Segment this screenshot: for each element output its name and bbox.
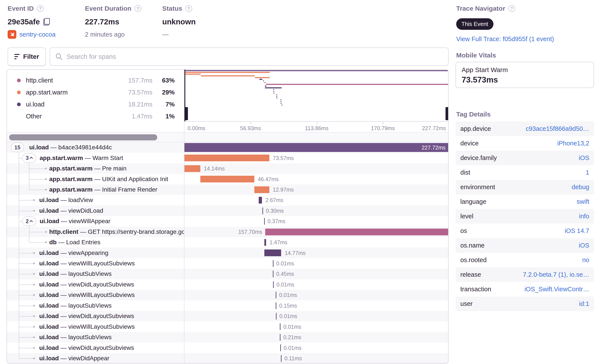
- span-children-badge[interactable]: 2: [22, 216, 36, 226]
- span-tree-row[interactable]: 3app.start.warm — Warm Start73.57ms: [7, 153, 448, 163]
- tag-value-link[interactable]: iOS: [579, 242, 589, 249]
- tag-value-link[interactable]: swift: [577, 198, 589, 205]
- tree-connector-dot: [33, 252, 35, 254]
- tag-value-link[interactable]: iOS_Swift.ViewContr…: [524, 286, 589, 293]
- span-detail-page: Event ID ? 29e35afe sentry-cocoa Event D…: [0, 0, 601, 364]
- span-duration-bar[interactable]: [184, 165, 200, 172]
- span-tree-row[interactable]: app.start.warm — UIKit and Application I…: [7, 174, 448, 184]
- span-label-cell: ui.load — viewDidLayoutSubviews: [7, 343, 184, 353]
- span-bar-cell: 0.01ms: [184, 321, 448, 332]
- span-tree-row[interactable]: ui.load — viewDidLayoutSubviews0.01ms: [7, 311, 448, 321]
- span-tree-row[interactable]: ui.load — viewDidAppear0.11ms: [7, 353, 448, 363]
- tag-value-link[interactable]: 1: [586, 169, 589, 176]
- scrollbar-thumb[interactable]: [9, 134, 157, 140]
- tree-connector: [29, 242, 45, 243]
- help-icon[interactable]: ?: [185, 5, 192, 12]
- legend-color-dot: [17, 90, 21, 94]
- axis-tick-mark: [317, 122, 317, 124]
- span-bar-cell: 73.57ms: [184, 153, 448, 163]
- tag-value-link[interactable]: no: [582, 256, 589, 264]
- span-tree-row[interactable]: ui.load — viewDidLayoutSubviews0.01ms: [7, 279, 448, 290]
- span-duration-bar[interactable]: [273, 260, 273, 267]
- copy-icon[interactable]: [43, 18, 50, 25]
- help-icon[interactable]: ?: [508, 5, 515, 12]
- span-tree-row[interactable]: ui.load — viewWillLayoutSubviews0.01ms: [7, 321, 448, 332]
- minimap-left-grip[interactable]: [184, 107, 188, 120]
- span-tree-row[interactable]: app.start.warm — Initial Frame Render12.…: [7, 184, 448, 195]
- help-icon[interactable]: ?: [134, 5, 141, 12]
- span-bar-cell: 1.47ms: [184, 237, 448, 247]
- span-duration-bar[interactable]: [259, 197, 262, 204]
- span-bar-cell: 2.67ms: [184, 195, 448, 205]
- tag-value-link[interactable]: iOS 14.7: [565, 227, 589, 235]
- span-duration-bar[interactable]: [273, 281, 274, 288]
- legend-op-name: http.client: [26, 77, 117, 84]
- span-duration-bar[interactable]: [280, 334, 280, 341]
- span-tree-row[interactable]: 2ui.load — viewWillAppear0.37ms: [7, 216, 448, 226]
- span-bar-cell: 0.01ms: [184, 279, 448, 290]
- span-tree-row[interactable]: ui.load — layoutSubViews0.45ms: [7, 269, 448, 279]
- span-duration-bar[interactable]: [264, 218, 265, 225]
- span-label-cell: app.start.warm — Initial Frame Render: [7, 184, 184, 195]
- trace-minimap[interactable]: [184, 70, 449, 121]
- span-duration-bar[interactable]: [276, 313, 277, 320]
- view-full-trace-link[interactable]: View Full Trace: f05d955f (1 event): [456, 36, 554, 43]
- tag-value-link[interactable]: c93ace15f866a9d50…: [526, 125, 589, 132]
- span-duration-bar[interactable]: 227.72ms: [184, 143, 448, 152]
- badge-count: 15: [14, 144, 20, 151]
- span-duration-bar[interactable]: [184, 155, 269, 161]
- minimap-span-bar: [273, 91, 274, 92]
- span-duration-label: 0.01ms: [276, 260, 294, 267]
- span-duration-bar[interactable]: [254, 186, 269, 193]
- span-duration-bar[interactable]: [265, 229, 448, 235]
- tag-value-link[interactable]: iPhone13,2: [557, 140, 589, 147]
- span-tree-row[interactable]: ui.load — loadView2.67ms: [7, 195, 448, 205]
- vital-name: App Start Warm: [462, 66, 588, 74]
- span-tree-row[interactable]: ui.load — layoutSubViews0.15ms: [7, 300, 448, 311]
- span-label-cell: ui.load — viewAppearing: [7, 247, 184, 258]
- tag-value-link[interactable]: id:1: [579, 300, 589, 307]
- tag-value-link[interactable]: 7.2.0-beta.7 (1), io.se…: [523, 271, 589, 278]
- span-label-cell: ui.load — viewWillLayoutSubviews: [7, 321, 184, 332]
- span-duration-bar[interactable]: [264, 249, 281, 256]
- span-duration-bar[interactable]: [276, 292, 276, 298]
- span-duration-bar[interactable]: [273, 271, 273, 277]
- span-tree-row[interactable]: app.start.warm — Pre main14.14ms: [7, 163, 448, 174]
- span-tree-row[interactable]: ui.load — layoutSubViews0.21ms: [7, 332, 448, 343]
- tag-value-link[interactable]: info: [579, 213, 589, 220]
- span-tree-row[interactable]: ui.load — viewDidLayoutSubviews0.01ms: [7, 343, 448, 353]
- minimap-right-grip[interactable]: [446, 107, 449, 120]
- span-tree-row[interactable]: ui.load — viewAppearing14.77ms: [7, 247, 448, 258]
- span-tree-row[interactable]: 15ui.load — b4ace34981e44d4c227.72ms: [7, 142, 448, 153]
- span-tree-row[interactable]: http.client — GET https://sentry-brand.s…: [7, 227, 448, 237]
- span-duration-bar[interactable]: [276, 302, 276, 309]
- span-duration-bar[interactable]: [280, 344, 281, 351]
- project-link[interactable]: sentry-cocoa: [19, 31, 56, 38]
- minimap-right-handle[interactable]: [448, 70, 449, 121]
- span-duration-bar[interactable]: [281, 355, 281, 362]
- span-children-badge[interactable]: 15: [11, 143, 24, 152]
- span-bar-cell: 157.70ms: [184, 227, 448, 237]
- span-tree-row[interactable]: ui.load — viewDidLoad0.30ms: [7, 206, 448, 216]
- help-icon[interactable]: ?: [37, 5, 44, 12]
- span-tree-row[interactable]: db — Load Entries1.47ms: [7, 237, 448, 247]
- tree-connector: [19, 348, 33, 348]
- span-duration-bar[interactable]: [264, 239, 266, 246]
- chevron-up-icon: [30, 220, 33, 224]
- filter-button[interactable]: Filter: [8, 48, 46, 66]
- search-input[interactable]: [67, 53, 443, 60]
- minimap-span-bar: [276, 94, 277, 95]
- legend-duration: 1.47ms: [117, 113, 152, 120]
- span-duration-bar[interactable]: [280, 323, 280, 330]
- badge-count: 2: [26, 218, 29, 225]
- span-tree-row[interactable]: ui.load — viewWillLayoutSubviews0.01ms: [7, 290, 448, 300]
- span-children-badge[interactable]: 3: [22, 153, 36, 163]
- span-duration-bar[interactable]: [200, 176, 254, 182]
- span-duration-bar[interactable]: [262, 207, 263, 214]
- span-bar-cell: 0.01ms: [184, 311, 448, 321]
- span-bar-cell: 227.72ms: [184, 142, 448, 153]
- span-tree-row[interactable]: ui.load — viewWillLayoutSubviews0.01ms: [7, 258, 448, 269]
- tag-value-link[interactable]: debug: [571, 184, 589, 191]
- axis-tick-label: 56.93ms: [240, 125, 261, 131]
- tag-value-link[interactable]: iOS: [579, 154, 589, 162]
